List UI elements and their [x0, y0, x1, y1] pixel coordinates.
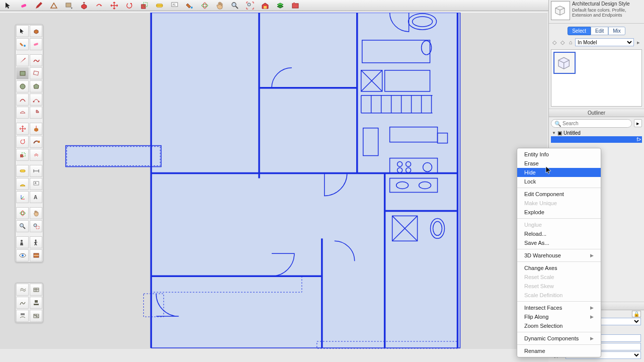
left-toolbar: A A: [15, 24, 43, 262]
viewport[interactable]: [0, 12, 547, 349]
forward-icon[interactable]: ◇: [559, 39, 566, 46]
add-detail-icon[interactable]: [30, 310, 42, 322]
pan-icon[interactable]: [213, 1, 226, 10]
menu-explode[interactable]: Explode: [517, 208, 601, 217]
menu-edit-component[interactable]: Edit Component: [517, 190, 601, 199]
sandbox-contours-icon[interactable]: [16, 284, 29, 296]
menu-zoom-selection[interactable]: Zoom Selection: [517, 321, 601, 330]
warehouse-icon[interactable]: [259, 1, 272, 10]
style-tabs: Select Edit Mix: [549, 27, 644, 35]
pan-tool-icon[interactable]: [30, 207, 42, 219]
eraser-icon[interactable]: [17, 1, 30, 10]
freehand-icon[interactable]: [30, 54, 42, 66]
paint-bucket-icon[interactable]: [16, 38, 29, 50]
tab-select[interactable]: Select: [568, 27, 591, 35]
position-camera-icon[interactable]: [16, 236, 29, 248]
eraser-tool-icon[interactable]: [30, 38, 42, 50]
lock-icon[interactable]: 🔒: [632, 311, 641, 317]
menu-rename[interactable]: Rename: [517, 346, 601, 355]
walk-icon[interactable]: [30, 236, 42, 248]
style-thumbnails: [551, 49, 642, 107]
circle-icon[interactable]: [16, 80, 29, 93]
menu-dynamic-components[interactable]: Dynamic Components▶: [517, 334, 601, 343]
style-item[interactable]: [553, 52, 576, 74]
rotated-rect-icon[interactable]: [30, 67, 42, 79]
pushpull-tool-icon[interactable]: [30, 123, 42, 135]
3dtext-icon[interactable]: A: [30, 191, 42, 203]
section-icon[interactable]: [30, 249, 42, 261]
line-icon[interactable]: [16, 54, 29, 66]
rect-dropdown-icon[interactable]: [62, 1, 75, 10]
tab-mix[interactable]: Mix: [608, 27, 625, 35]
protractor-icon[interactable]: [16, 178, 29, 190]
menu-lock[interactable]: Lock: [517, 177, 601, 186]
svg-rect-19: [66, 146, 162, 167]
svg-point-98: [35, 240, 36, 241]
dimension-icon[interactable]: [30, 165, 42, 177]
drape-icon[interactable]: [16, 310, 29, 322]
arc3-icon[interactable]: [16, 107, 29, 119]
layers-icon[interactable]: [274, 1, 287, 10]
pushpull-icon[interactable]: [77, 1, 91, 10]
smoove-icon[interactable]: [16, 297, 29, 309]
stamp-icon[interactable]: [30, 297, 42, 309]
scale-icon[interactable]: [138, 1, 151, 10]
menu-erase[interactable]: Erase: [517, 159, 601, 168]
axes-icon[interactable]: [16, 191, 29, 203]
svg-point-74: [33, 101, 34, 103]
menu-hide[interactable]: Hide: [517, 168, 601, 177]
arc-icon[interactable]: [16, 94, 29, 106]
menu-reset-scale: Reset Scale: [517, 273, 601, 282]
select-tool-icon[interactable]: [2, 1, 15, 10]
paint-icon[interactable]: [183, 1, 196, 10]
look-icon[interactable]: [16, 249, 29, 261]
text-tool-icon[interactable]: A: [30, 178, 42, 190]
rotate-icon[interactable]: [123, 1, 136, 10]
zoom-icon[interactable]: [228, 1, 242, 10]
scale-tool-icon[interactable]: [16, 149, 29, 161]
extension-icon[interactable]: [289, 1, 302, 10]
menu-reload[interactable]: Reload...: [517, 229, 601, 238]
offset-tool-icon[interactable]: [30, 149, 42, 161]
pie-icon[interactable]: [30, 107, 42, 119]
svg-point-14: [248, 3, 251, 6]
menu-flip-along[interactable]: Flip Along▶: [517, 312, 601, 321]
select-icon[interactable]: [16, 25, 29, 37]
tab-edit[interactable]: Edit: [591, 27, 608, 35]
component-icon[interactable]: [30, 25, 42, 37]
outliner-search[interactable]: [551, 119, 632, 128]
tree-item-selected[interactable]: f>: [551, 136, 642, 143]
rotate-tool-icon[interactable]: [16, 136, 29, 148]
menu-change-axes[interactable]: Change Axes: [517, 263, 601, 273]
menu-intersect-faces[interactable]: Intersect Faces▶: [517, 303, 601, 312]
tape-icon[interactable]: [153, 1, 166, 10]
zoom-window-icon[interactable]: [30, 220, 42, 232]
move-icon[interactable]: [108, 1, 121, 10]
style-thumb-icon[interactable]: [551, 1, 570, 20]
sandbox-scratch-icon[interactable]: [30, 284, 42, 296]
polygon-icon[interactable]: [30, 80, 42, 93]
followme-icon[interactable]: [30, 136, 42, 148]
rectangle-icon[interactable]: [16, 67, 29, 79]
location-select[interactable]: In Model: [575, 38, 634, 46]
outliner-details-icon[interactable]: ▸: [634, 119, 642, 127]
shape-icon[interactable]: [47, 1, 60, 10]
move-tool-icon[interactable]: [16, 123, 29, 135]
back-icon[interactable]: ◇: [551, 39, 558, 46]
orbit-tool-icon[interactable]: [16, 207, 29, 219]
menu-save-as[interactable]: Save As...: [517, 238, 601, 247]
offset-icon[interactable]: [93, 1, 106, 10]
zoom-extents-icon[interactable]: [244, 1, 257, 10]
details-icon[interactable]: ▸: [635, 39, 642, 46]
menu-3d-warehouse[interactable]: 3D Warehouse▶: [517, 251, 601, 260]
pencil-icon[interactable]: [32, 1, 45, 10]
text-icon[interactable]: A1: [168, 1, 181, 10]
orbit-icon[interactable]: [198, 1, 211, 10]
menu-entity-info[interactable]: Entity Info: [517, 150, 601, 159]
zoom-tool-icon[interactable]: [16, 220, 29, 232]
context-menu: Entity Info Erase Hide Lock Edit Compone…: [517, 148, 601, 357]
tree-root[interactable]: ▼▣Untitled: [551, 130, 642, 136]
arc2-icon[interactable]: [30, 94, 42, 106]
tape-tool-icon[interactable]: [16, 165, 29, 177]
home-icon[interactable]: ⌂: [567, 39, 574, 46]
